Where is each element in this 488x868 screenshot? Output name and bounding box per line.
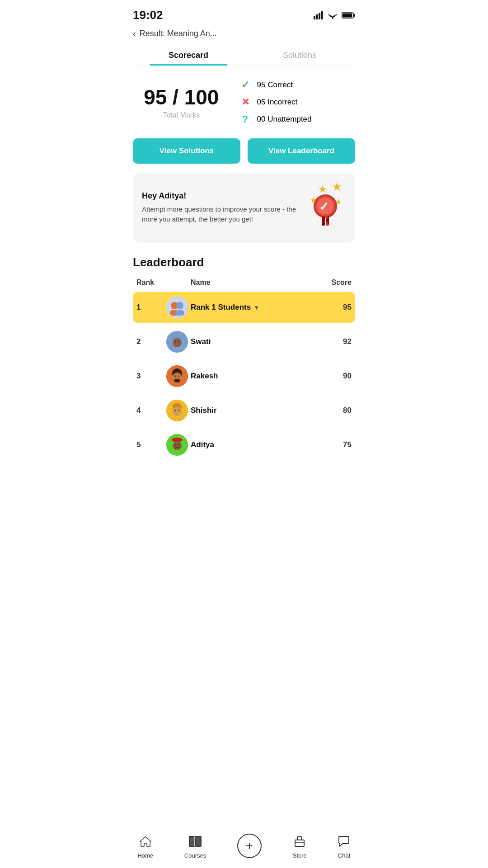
svg-text:✓: ✓ xyxy=(319,200,329,213)
avatar-1 xyxy=(166,297,188,318)
svg-point-41 xyxy=(178,410,180,411)
view-leaderboard-button[interactable]: View Leaderboard xyxy=(248,138,355,164)
svg-rect-0 xyxy=(314,16,315,19)
check-icon: ✓ xyxy=(239,79,252,91)
wifi-icon xyxy=(327,11,338,19)
lb-score-1: 95 xyxy=(320,303,352,312)
back-title: Result: Meaning An... xyxy=(140,29,217,38)
svg-rect-1 xyxy=(316,14,318,19)
rank-3: 3 xyxy=(136,372,164,381)
svg-point-45 xyxy=(175,444,176,446)
svg-text:★: ★ xyxy=(332,183,342,193)
svg-point-46 xyxy=(178,444,180,446)
avatar-5 xyxy=(166,434,188,456)
lb-name-3: Rakesh xyxy=(191,372,218,381)
avatar-2 xyxy=(166,331,188,353)
avatar-wrap-5 xyxy=(164,434,191,456)
rank-4: 4 xyxy=(136,406,164,415)
svg-point-36 xyxy=(174,379,180,382)
status-icons xyxy=(314,11,355,19)
back-nav[interactable]: ‹ Result: Meaning An... xyxy=(122,26,366,45)
leaderboard-header: Rank Name Score xyxy=(133,278,355,292)
dropdown-arrow-1[interactable]: ▼ xyxy=(253,304,259,311)
rank-2: 2 xyxy=(136,337,164,346)
score-header: Score xyxy=(320,278,352,287)
leaderboard-title: Leaderboard xyxy=(133,255,355,269)
status-time: 19:02 xyxy=(133,8,163,22)
x-icon: ✕ xyxy=(239,96,252,108)
lb-score-3: 90 xyxy=(320,372,352,381)
name-wrap-1: Rank 1 Students ▼ xyxy=(191,303,320,312)
avatar-wrap-2 xyxy=(164,331,191,353)
lb-name-4: Shishir xyxy=(191,406,217,415)
status-bar: 19:02 xyxy=(122,0,366,26)
svg-rect-3 xyxy=(321,11,323,19)
rank-header: Rank xyxy=(136,278,164,287)
lb-name-2: Swati xyxy=(191,337,211,346)
signal-icon xyxy=(314,11,324,19)
motivation-body: Attempt more questions to improve your s… xyxy=(142,204,298,225)
tab-solutions[interactable]: Solutions xyxy=(244,45,355,65)
tabs-container: Scorecard Solutions xyxy=(133,45,355,65)
svg-point-28 xyxy=(173,338,182,347)
svg-point-44 xyxy=(173,441,182,450)
correct-item: ✓ 95 Correct xyxy=(239,79,355,91)
name-wrap-2: Swati xyxy=(191,337,320,346)
back-arrow[interactable]: ‹ xyxy=(133,28,136,39)
svg-point-40 xyxy=(175,410,176,411)
question-icon: ? xyxy=(239,113,252,126)
svg-point-39 xyxy=(173,407,182,416)
svg-text:★: ★ xyxy=(318,184,327,195)
unattempted-label: 00 Unattempted xyxy=(257,115,312,124)
name-wrap-3: Rakesh xyxy=(191,372,320,381)
avatar-3 xyxy=(166,365,188,387)
score-main: 95 / 100 Total Marks xyxy=(133,85,230,119)
leaderboard-row-1: 1 Rank 1 Students ▼ 95 xyxy=(133,292,355,323)
svg-rect-27 xyxy=(171,335,183,339)
unattempted-item: ? 00 Unattempted xyxy=(239,113,355,126)
lb-score-2: 92 xyxy=(320,337,352,346)
svg-rect-7 xyxy=(343,13,352,17)
medal-icon: ★ ★ ★ ★ ✓ xyxy=(305,183,346,233)
avatar-wrap-4 xyxy=(164,400,191,421)
svg-point-35 xyxy=(178,376,180,377)
leaderboard-section: Leaderboard Rank Name Score 1 Rank 1 Stu… xyxy=(122,251,366,500)
score-label: Total Marks xyxy=(163,111,200,119)
leaderboard-row-3: 3 Rakesh 90 xyxy=(133,361,355,392)
name-header: Name xyxy=(191,278,320,287)
avatar-wrap-1 xyxy=(164,297,191,318)
lb-name-1: Rank 1 Students xyxy=(191,303,251,312)
svg-point-34 xyxy=(175,376,176,377)
view-solutions-button[interactable]: View Solutions xyxy=(133,138,240,164)
leaderboard-row-4: 4 Shishir 80 xyxy=(133,395,355,426)
motivation-text: Hey Aditya! Attempt more questions to im… xyxy=(142,191,298,225)
svg-rect-2 xyxy=(319,13,320,19)
score-breakdown: ✓ 95 Correct ✕ 05 Incorrect ? 00 Unattem… xyxy=(239,79,355,126)
lb-score-4: 80 xyxy=(320,406,352,415)
leaderboard-row-2: 2 Swati 92 xyxy=(133,326,355,357)
rank-1: 1 xyxy=(136,303,164,312)
avatar-wrap-3 xyxy=(164,365,191,387)
battery-icon xyxy=(342,12,355,19)
svg-point-30 xyxy=(178,341,180,343)
rank-5: 5 xyxy=(136,440,164,449)
action-buttons: View Solutions View Leaderboard xyxy=(122,130,366,168)
incorrect-label: 05 Incorrect xyxy=(257,98,298,107)
tab-scorecard[interactable]: Scorecard xyxy=(133,45,244,65)
svg-point-4 xyxy=(332,18,333,19)
avatar-4 xyxy=(166,400,188,421)
incorrect-item: ✕ 05 Incorrect xyxy=(239,96,355,108)
svg-point-29 xyxy=(175,341,176,343)
lb-score-5: 75 xyxy=(320,440,352,449)
name-wrap-4: Shishir xyxy=(191,406,320,415)
svg-rect-24 xyxy=(175,310,184,316)
score-section: 95 / 100 Total Marks ✓ 95 Correct ✕ 05 I… xyxy=(122,65,366,130)
correct-label: 95 Correct xyxy=(257,80,293,90)
lb-name-5: Aditya xyxy=(191,440,214,449)
score-value: 95 / 100 xyxy=(144,85,219,109)
svg-point-22 xyxy=(176,302,183,309)
name-wrap-5: Aditya xyxy=(191,440,320,449)
leaderboard-row-5: 5 Aditya 75 xyxy=(133,429,355,460)
motivation-card: Hey Aditya! Attempt more questions to im… xyxy=(133,173,355,243)
motivation-title: Hey Aditya! xyxy=(142,191,298,201)
